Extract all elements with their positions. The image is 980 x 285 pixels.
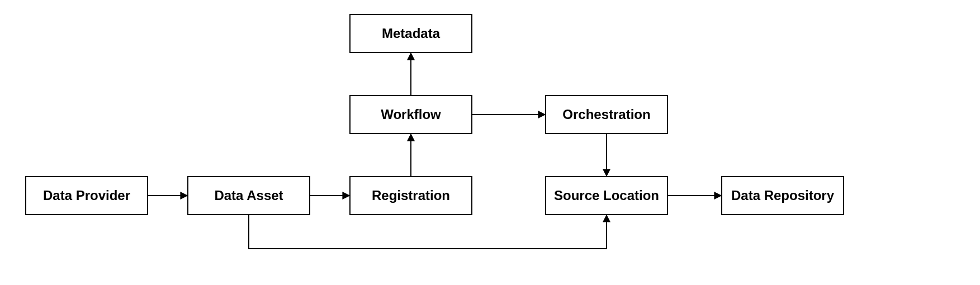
node-source-location: Source Location bbox=[545, 176, 668, 215]
node-label: Metadata bbox=[382, 26, 440, 41]
node-data-asset: Data Asset bbox=[187, 176, 310, 215]
node-label: Registration bbox=[372, 188, 450, 203]
node-workflow: Workflow bbox=[349, 95, 472, 134]
node-label: Source Location bbox=[554, 188, 659, 203]
node-registration: Registration bbox=[349, 176, 472, 215]
edge-data_asset-to-source_location bbox=[249, 215, 607, 249]
node-label: Data Repository bbox=[731, 188, 834, 203]
node-data-repository: Data Repository bbox=[721, 176, 844, 215]
node-label: Orchestration bbox=[562, 107, 650, 122]
node-orchestration: Orchestration bbox=[545, 95, 668, 134]
node-data-provider: Data Provider bbox=[25, 176, 148, 215]
node-label: Workflow bbox=[381, 107, 441, 122]
node-label: Data Provider bbox=[43, 188, 130, 203]
diagram-edges bbox=[0, 0, 980, 285]
node-label: Data Asset bbox=[214, 188, 283, 203]
node-metadata: Metadata bbox=[349, 14, 472, 53]
diagram-canvas: Data Provider Data Asset Registration Wo… bbox=[0, 0, 980, 285]
